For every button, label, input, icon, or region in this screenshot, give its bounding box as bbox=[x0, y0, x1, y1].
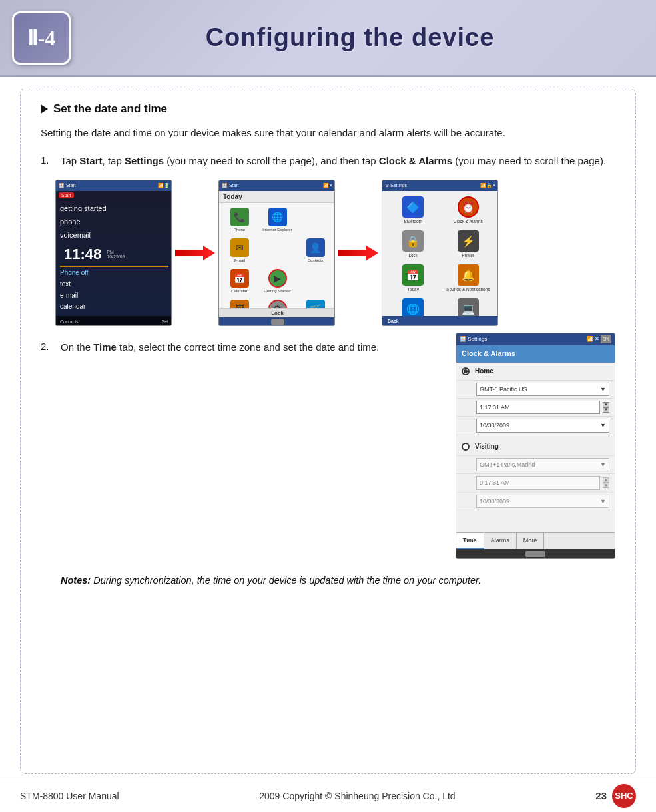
step-2-number: 2. bbox=[41, 339, 55, 352]
cs-date-visiting-row: 10/30/2009 ▼ bbox=[456, 493, 615, 510]
phone1-divider bbox=[60, 266, 168, 267]
step2-bold: Time bbox=[93, 341, 117, 353]
phone3-icon-bluetooth: 🔷 Bluetooth bbox=[386, 194, 440, 226]
cs-bottombar bbox=[456, 549, 615, 558]
clock-screen: 🪟 Settings 📶✕ OK Clock & Alarms Hom bbox=[456, 333, 615, 559]
cs-timezone-home-value: GMT-8 Pacific US bbox=[480, 385, 527, 394]
phone2-keyboard-icon bbox=[271, 319, 284, 325]
notes-label: Notes: bbox=[61, 575, 91, 586]
phone3-icon-sounds-label: Sounds & Notifications bbox=[446, 287, 490, 292]
step-1-content: Tap Start, tap Settings (you may need to… bbox=[61, 153, 615, 169]
step2-prefix: On the bbox=[61, 341, 93, 353]
phone3-bottombar: Back bbox=[382, 316, 498, 325]
notes-section: Notes: During synchronization, the time … bbox=[61, 572, 615, 589]
phone1-menu-item-1: getting started bbox=[60, 202, 168, 216]
cs-home-row: Home bbox=[456, 363, 615, 381]
shc-logo-text: SHC bbox=[615, 791, 633, 801]
cs-time-visiting-down[interactable]: ▼ bbox=[603, 483, 609, 488]
cs-timezone-visiting-value: GMT+1 Paris,Madrid bbox=[480, 460, 535, 469]
phone1-ampm: PM10/29/09 bbox=[107, 250, 125, 264]
footer-page-number: 23 bbox=[595, 790, 607, 801]
phone1-menu-item-3: voicemail bbox=[60, 229, 168, 242]
phone3-status: 📶🔒✕ bbox=[480, 183, 496, 188]
step-1-row: 1. Tap Start, tap Settings (you may need… bbox=[41, 153, 615, 169]
cs-timezone-visiting-dropdown[interactable]: GMT+1 Paris,Madrid ▼ bbox=[476, 458, 609, 471]
phone1-content: 🪟 Start 📶🔋 Start getting started phone v… bbox=[56, 180, 172, 326]
steps-section: 1. Tap Start, tap Settings (you may need… bbox=[41, 153, 615, 589]
cs-date-home-dropdown[interactable]: 10/30/2009 ▼ bbox=[476, 419, 609, 432]
clock-screen-wrapper: 🪟 Settings 📶✕ OK Clock & Alarms Hom bbox=[456, 333, 615, 559]
step2-suffix: tab, select the correct time zone and se… bbox=[117, 341, 379, 353]
cs-clock-title: Clock & Alarms bbox=[456, 345, 615, 363]
page-header: Ⅱ-4 Configuring the device bbox=[0, 0, 656, 77]
phone3-content: ⚙ Settings 📶🔒✕ 🔷 Bluetooth ⏰ Clock & Ala… bbox=[382, 180, 498, 325]
phone2-content: 🪟 Start 📶✕ Today 📞 Phone 🌐 Internet Expl… bbox=[219, 180, 335, 326]
phone2-icon-email-img: ✉ bbox=[230, 238, 249, 257]
cs-time-home-down[interactable]: ▼ bbox=[603, 407, 609, 413]
cs-topbar-settings: 🪟 Settings bbox=[460, 335, 487, 344]
phone3-icon-clock: ⏰ Clock & Alarms bbox=[442, 194, 495, 226]
phone2-lock-bar: Lock bbox=[219, 308, 335, 317]
phone2-icon-ie: 🌐 Internet Explorer bbox=[259, 205, 296, 234]
cs-time-home-input[interactable]: 1:17:31 AM bbox=[476, 401, 600, 414]
cs-time-home-value: 1:17:31 AM bbox=[480, 404, 510, 411]
phone3-icon-bluetooth-label: Bluetooth bbox=[404, 219, 422, 224]
cs-topbar-icons: 📶✕ OK bbox=[587, 335, 611, 344]
phone1-item-email: e-mail bbox=[60, 290, 168, 301]
footer-manual-name: STM-8800 User Manual bbox=[20, 791, 119, 801]
phone2-empty bbox=[297, 205, 316, 234]
cs-visiting-row: Visiting bbox=[456, 438, 615, 456]
phone1-topbar: 🪟 Start 📶🔋 bbox=[56, 180, 172, 191]
phone2-title: Today bbox=[219, 191, 335, 203]
phone3-icon-lock-label: Lock bbox=[408, 253, 418, 258]
cs-date-home-arrow: ▼ bbox=[600, 421, 606, 430]
chapter-number: Ⅱ-4 bbox=[27, 25, 56, 51]
step1-bold3: Clock & Alarms bbox=[379, 155, 452, 166]
triangle-icon bbox=[41, 104, 48, 114]
step-1-number: 1. bbox=[41, 153, 55, 166]
cs-time-visiting-value: 9:17:31 AM bbox=[480, 479, 510, 486]
phone3-icon-lock-img: 🔒 bbox=[402, 230, 424, 252]
cs-timezone-home-arrow: ▼ bbox=[600, 385, 606, 394]
notes-text: During synchronization, the time on your… bbox=[91, 575, 481, 586]
step1-bold2: Settings bbox=[125, 155, 164, 166]
cs-date-home-row: 10/30/2009 ▼ bbox=[456, 417, 615, 435]
cs-ok-button[interactable]: OK bbox=[601, 335, 611, 343]
phone-screen-2: 🪟 Start 📶✕ Today 📞 Phone 🌐 Internet Expl… bbox=[218, 180, 335, 326]
phone3-icon-power-img: ⚡ bbox=[458, 230, 479, 252]
cs-timezone-home-dropdown[interactable]: GMT-8 Pacific US ▼ bbox=[476, 383, 609, 396]
cs-time-home-arrows: ▲ ▼ bbox=[603, 402, 609, 413]
phone2-icon-getting-started-img: ▶ bbox=[268, 269, 287, 288]
step-2-row: 2. 🪟 Settings 📶✕ OK bbox=[41, 339, 615, 589]
cs-home-radio[interactable] bbox=[462, 367, 470, 375]
cs-tabs: Time Alarms More bbox=[456, 532, 615, 549]
cs-keyboard-icon bbox=[525, 551, 545, 557]
cs-time-visiting-input[interactable]: 9:17:31 AM bbox=[476, 476, 600, 489]
phone3-topbar: ⚙ Settings 📶🔒✕ bbox=[382, 180, 498, 191]
cs-topbar: 🪟 Settings 📶✕ OK bbox=[456, 333, 615, 345]
cs-visiting-radio[interactable] bbox=[462, 443, 470, 451]
phone3-icon-sounds-img: 🔔 bbox=[458, 264, 479, 286]
cs-tab-time[interactable]: Time bbox=[456, 533, 484, 549]
cs-tab-more[interactable]: More bbox=[517, 533, 545, 549]
phone2-spacer bbox=[259, 236, 272, 262]
phone1-menu-item-2: phone bbox=[60, 216, 168, 229]
intro-paragraph: Setting the date and time on your device… bbox=[41, 125, 615, 141]
phone1-start-highlight: Start bbox=[59, 192, 74, 198]
phone2-icon-phone-label: Phone bbox=[234, 228, 245, 232]
cs-tab-alarms[interactable]: Alarms bbox=[484, 533, 517, 549]
phone3-icon-today-img: 📅 bbox=[402, 264, 424, 286]
phone1-items: text e-mail calendar bbox=[56, 277, 172, 313]
page-title: Configuring the device bbox=[71, 23, 629, 52]
phone2-bottombar bbox=[219, 317, 335, 326]
phone-screen-1: 🪟 Start 📶🔋 Start getting started phone v… bbox=[55, 180, 172, 326]
cs-time-visiting-row: 9:17:31 AM ▲ ▼ bbox=[456, 474, 615, 492]
cs-date-visiting-dropdown[interactable]: 10/30/2009 ▼ bbox=[476, 495, 609, 508]
phone2-icon-ie-img: 🌐 bbox=[268, 208, 287, 226]
screenshots-row: 🪟 Start 📶🔋 Start getting started phone v… bbox=[55, 180, 615, 326]
step1-bold1: Start bbox=[79, 155, 102, 166]
main-content: Set the date and time Setting the date a… bbox=[20, 89, 636, 774]
cs-time-home-row: 1:17:31 AM ▲ ▼ bbox=[456, 399, 615, 417]
cs-timezone-visiting-row: GMT+1 Paris,Madrid ▼ bbox=[456, 456, 615, 474]
phone2-icon-calendar: 📅 Calendar bbox=[221, 266, 258, 296]
